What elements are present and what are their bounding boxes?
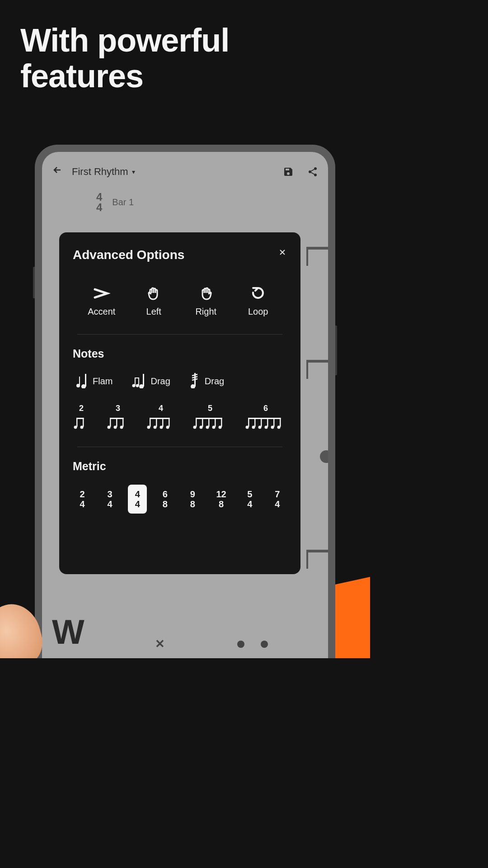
svg-rect-11	[135, 377, 139, 378]
bg-notation-row	[306, 550, 328, 566]
svg-point-60	[277, 426, 281, 429]
svg-point-45	[212, 426, 216, 429]
metric-5-4-button[interactable]: 54	[240, 485, 259, 514]
svg-rect-46	[221, 418, 222, 427]
project-title: First Rhythm	[72, 166, 128, 178]
metric-6-8-button[interactable]: 68	[155, 485, 174, 514]
time-signature[interactable]: 4 4	[96, 192, 102, 213]
svg-point-0	[314, 167, 317, 170]
bg-notation-lane: ✕	[155, 637, 328, 651]
svg-rect-42	[208, 418, 210, 427]
metric-9-8-button[interactable]: 98	[183, 485, 202, 514]
svg-point-52	[252, 426, 255, 429]
metric-2-4-button[interactable]: 24	[73, 485, 92, 514]
phone-frame: First Rhythm ▾ 4 4 Bar 1 W Cong	[35, 145, 335, 658]
tuplet-icon	[107, 415, 129, 429]
svg-rect-40	[202, 418, 203, 427]
metric-7-4-button[interactable]: 74	[268, 485, 287, 514]
metric-section-title: Metric	[73, 460, 287, 473]
drag-button[interactable]: Drag	[131, 372, 170, 390]
metric-4-4-button[interactable]: 44	[128, 485, 147, 514]
hand-left-icon	[147, 286, 160, 301]
loop-button[interactable]: Loop	[232, 286, 285, 317]
svg-point-30	[147, 426, 150, 429]
svg-point-39	[193, 426, 197, 429]
svg-rect-57	[273, 418, 275, 427]
project-title-dropdown[interactable]: First Rhythm ▾	[72, 166, 274, 178]
notes-section-title: Notes	[73, 347, 287, 360]
divider	[77, 447, 282, 447]
svg-point-47	[219, 426, 222, 429]
share-icon[interactable]	[307, 166, 318, 177]
bg-instrument-icon: W	[52, 620, 84, 644]
right-hand-button[interactable]: Right	[180, 286, 232, 317]
svg-point-50	[246, 426, 249, 429]
promo-headline: With powerful features	[0, 0, 370, 94]
svg-rect-55	[267, 418, 268, 427]
hand-right-icon	[199, 286, 213, 301]
svg-point-34	[160, 426, 163, 429]
left-hand-button[interactable]: Left	[128, 286, 180, 317]
svg-point-1	[309, 170, 311, 173]
svg-point-56	[265, 426, 268, 429]
svg-point-58	[271, 426, 274, 429]
track-label: Congas	[56, 657, 84, 658]
svg-rect-17	[76, 418, 78, 427]
save-icon[interactable]	[283, 166, 294, 177]
tuplet-6-button[interactable]: 6	[245, 404, 286, 429]
svg-rect-26	[122, 418, 124, 427]
svg-rect-29	[150, 418, 151, 427]
svg-rect-4	[79, 377, 80, 386]
svg-point-18	[74, 426, 77, 429]
svg-rect-59	[280, 418, 281, 427]
svg-rect-44	[215, 418, 216, 427]
svg-point-36	[166, 426, 169, 429]
bar-info: 4 4 Bar 1	[96, 192, 328, 213]
svg-point-25	[114, 426, 117, 429]
tuplet-icon	[74, 415, 89, 429]
app-header: First Rhythm ▾	[42, 152, 328, 187]
svg-rect-48	[248, 418, 281, 419]
accent-icon	[93, 286, 111, 301]
tuplet-4-button[interactable]: 4	[147, 404, 175, 429]
flam-icon	[75, 372, 86, 390]
close-icon[interactable]	[278, 248, 287, 259]
tuplet-icon	[245, 415, 286, 429]
bg-notation-row	[306, 360, 328, 376]
svg-point-23	[108, 426, 111, 429]
svg-rect-6	[85, 374, 86, 387]
tuplet-2-button[interactable]: 2	[74, 404, 89, 429]
bar-label: Bar 1	[112, 197, 134, 208]
svg-rect-38	[196, 418, 197, 427]
bg-notation-row	[306, 247, 328, 263]
drag-icon	[131, 372, 144, 390]
svg-point-54	[258, 426, 262, 429]
svg-rect-28	[150, 418, 170, 419]
svg-rect-24	[116, 418, 117, 427]
phone-screen: First Rhythm ▾ 4 4 Bar 1 W Cong	[42, 152, 328, 658]
tuplet-icon	[147, 415, 175, 429]
svg-rect-53	[261, 418, 262, 427]
back-arrow-icon[interactable]	[52, 165, 63, 179]
svg-point-20	[80, 426, 84, 429]
svg-rect-33	[162, 418, 164, 427]
tuplet-5-button[interactable]: 5	[193, 404, 227, 429]
bg-note-dot	[320, 450, 328, 463]
divider	[77, 334, 282, 335]
modal-title: Advanced Options	[73, 248, 184, 262]
svg-point-43	[206, 426, 209, 429]
tuplet-3-button[interactable]: 3	[107, 404, 129, 429]
flam-button[interactable]: Flam	[75, 372, 113, 390]
accent-button[interactable]: Accent	[75, 286, 128, 317]
metric-3-4-button[interactable]: 34	[100, 485, 119, 514]
svg-point-2	[314, 174, 317, 176]
chevron-down-icon: ▾	[132, 168, 135, 175]
svg-rect-8	[135, 377, 136, 386]
roll-button[interactable]: Drag	[189, 372, 224, 390]
metric-12-8-button[interactable]: 128	[211, 485, 231, 514]
svg-rect-22	[110, 418, 111, 427]
svg-rect-31	[156, 418, 157, 427]
svg-point-32	[154, 426, 157, 429]
roll-icon	[189, 372, 198, 390]
svg-rect-51	[254, 418, 256, 427]
